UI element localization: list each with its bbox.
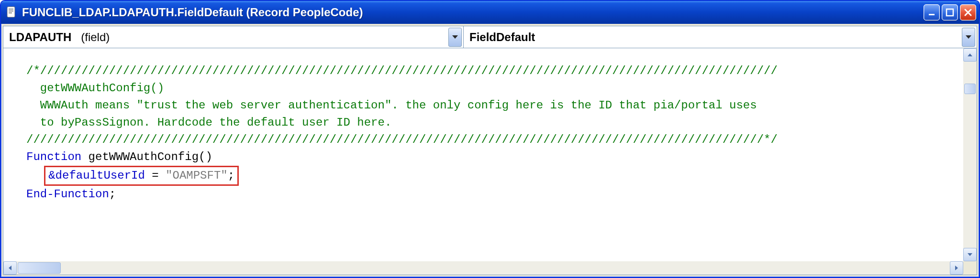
event-dropdown-button[interactable] (962, 28, 975, 47)
vertical-scroll-track[interactable] (963, 62, 977, 248)
scrollbar-corner (963, 261, 977, 275)
editor-area: /*//////////////////////////////////////… (3, 48, 977, 275)
code-string-literal: "OAMPSFT" (166, 169, 228, 182)
minimize-button[interactable] (924, 4, 940, 21)
code-editor[interactable]: /*//////////////////////////////////////… (3, 48, 963, 261)
code-variable: &defaultUserId (48, 169, 145, 182)
svg-rect-1 (9, 9, 13, 10)
field-dropdown[interactable]: LDAPAUTH (field) (3, 26, 464, 48)
svg-rect-3 (9, 12, 12, 13)
window-controls (924, 4, 976, 21)
scroll-down-button[interactable] (963, 248, 977, 261)
maximize-button[interactable] (942, 4, 958, 21)
field-name: LDAPAUTH (9, 31, 71, 43)
svg-rect-4 (929, 14, 935, 15)
horizontal-scrollbar[interactable] (3, 261, 963, 275)
horizontal-scroll-track[interactable] (17, 261, 950, 275)
svg-rect-2 (9, 11, 13, 11)
titlebar[interactable]: FUNCLIB_LDAP.LDAPAUTH.FieldDefault (Reco… (1, 1, 979, 24)
code-comment-bar-open: /*//////////////////////////////////////… (26, 64, 778, 77)
scroll-up-button[interactable] (963, 48, 977, 62)
dropdown-row: LDAPAUTH (field) FieldDefault (3, 26, 977, 48)
code-comment-bar-close: ////////////////////////////////////////… (26, 133, 778, 146)
event-dropdown-text: FieldDefault (469, 31, 962, 44)
code-equals: = (145, 169, 166, 182)
field-dropdown-button[interactable] (448, 28, 462, 47)
code-function-name: getWWWAuthConfig() (81, 150, 212, 163)
event-dropdown[interactable]: FieldDefault (464, 26, 977, 48)
field-dropdown-text: LDAPAUTH (field) (9, 31, 448, 44)
vertical-scrollbar[interactable] (963, 48, 977, 261)
svg-rect-5 (947, 9, 953, 16)
client-area: LDAPAUTH (field) FieldDefault /*////////… (3, 26, 977, 275)
peoplecode-editor-window: FUNCLIB_LDAP.LDAPAUTH.FieldDefault (Reco… (0, 0, 980, 278)
code-semicolon: ; (228, 169, 234, 182)
svg-rect-0 (7, 7, 15, 17)
code-keyword-function: Function (26, 150, 81, 163)
close-button[interactable] (960, 4, 976, 21)
app-icon (6, 6, 17, 19)
code-comment-line: to byPassSignon. Hardcode the default us… (26, 116, 391, 129)
scroll-right-button[interactable] (950, 261, 963, 275)
horizontal-scroll-thumb[interactable] (18, 262, 61, 274)
vertical-scroll-thumb[interactable] (964, 84, 976, 94)
code-comment-line: getWWWAuthConfig() (26, 82, 164, 95)
window-title: FUNCLIB_LDAP.LDAPAUTH.FieldDefault (Reco… (22, 6, 924, 19)
code-comment-line: WWWAuth means "trust the web server auth… (26, 99, 757, 112)
code-semicolon: ; (109, 188, 116, 201)
code-keyword-endfunction: End-Function (26, 188, 109, 201)
highlighted-statement: &defaultUserId = "OAMPSFT"; (44, 166, 239, 186)
scroll-left-button[interactable] (3, 261, 17, 275)
field-type-label: (field) (81, 31, 110, 43)
